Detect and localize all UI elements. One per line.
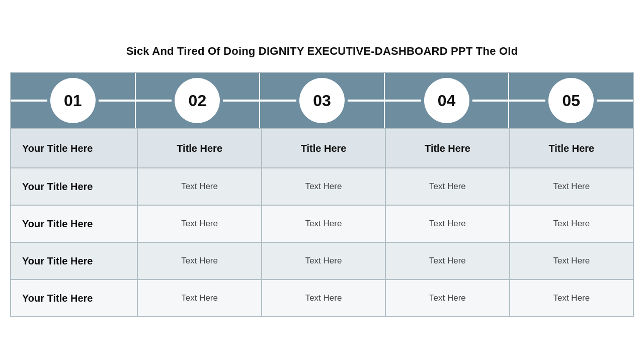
row-3-cell-0-text: Text Here	[181, 293, 218, 303]
row-3-cell-1-text: Text Here	[305, 293, 342, 303]
row-2-cell-1-text: Text Here	[305, 256, 342, 266]
circle-number-4: 04	[438, 92, 456, 110]
col-title-4: Title Here	[510, 129, 633, 167]
row-title-label-3: Your Title Here	[22, 293, 93, 304]
header-cell-2: 02	[136, 73, 261, 128]
row-3-cell-2-text: Text Here	[429, 293, 466, 303]
page-title: Sick And Tired Of Doing DIGNITY EXECUTIV…	[126, 45, 518, 58]
circle-2: 02	[175, 78, 220, 123]
circle-number-2: 02	[189, 92, 207, 110]
row-title-label-2: Your Title Here	[22, 255, 93, 267]
header-cell-1: 01	[11, 73, 136, 128]
data-row-2: Your Title Here Text Here Text Here Text…	[11, 242, 633, 279]
row-0-cell-0-text: Text Here	[181, 182, 218, 192]
row-2-cell-1: Text Here	[262, 243, 386, 279]
col-title-3: Title Here	[386, 129, 510, 167]
col-title-2: Title Here	[262, 129, 386, 167]
row-3-cell-3-text: Text Here	[553, 293, 590, 303]
row-title-label-0: Your Title Here	[22, 181, 93, 193]
row-2-cell-2: Text Here	[386, 243, 510, 279]
circle-number-1: 01	[64, 92, 82, 110]
row-0-cell-1: Text Here	[262, 168, 386, 205]
row-1-cell-0: Text Here	[138, 206, 262, 242]
row-1-cell-3-text: Text Here	[553, 219, 590, 229]
header-cell-3: 03	[260, 73, 385, 128]
row-1-cell-3: Text Here	[510, 206, 633, 242]
row-1-cell-2: Text Here	[386, 206, 510, 242]
row-0-cell-3: Text Here	[510, 168, 633, 205]
row-2-cell-0: Text Here	[138, 243, 262, 279]
circle-1: 01	[50, 78, 96, 123]
row-3-cell-3: Text Here	[510, 280, 633, 316]
col-title-label-0: Your Title Here	[22, 143, 93, 154]
col-title-label-2: Title Here	[301, 143, 347, 154]
row-0-cell-0: Text Here	[138, 168, 262, 205]
col-title-label-3: Title Here	[425, 143, 470, 154]
row-0-cell-1-text: Text Here	[305, 182, 342, 192]
row-2-cell-3-text: Text Here	[553, 256, 590, 266]
row-1-cell-0-text: Text Here	[181, 219, 218, 229]
data-row-0: Your Title Here Text Here Text Here Text…	[11, 167, 633, 205]
circle-number-5: 05	[562, 92, 580, 110]
circle-4: 04	[424, 78, 469, 123]
header-cell-5: 05	[509, 73, 633, 128]
circle-number-3: 03	[313, 92, 331, 110]
row-1-cell-1-text: Text Here	[305, 219, 342, 229]
row-title-3: Your Title Here	[11, 280, 138, 316]
col-title-0: Your Title Here	[11, 129, 138, 167]
row-title-label-1: Your Title Here	[22, 218, 93, 230]
circle-5: 05	[548, 78, 594, 123]
page-wrapper: Sick And Tired Of Doing DIGNITY EXECUTIV…	[10, 45, 634, 317]
row-2-cell-0-text: Text Here	[181, 256, 218, 266]
data-row-3: Your Title Here Text Here Text Here Text…	[11, 279, 633, 316]
dashboard-table: 01 02 03 04 05	[10, 72, 634, 317]
header-cell-4: 04	[385, 73, 510, 128]
row-1-cell-2-text: Text Here	[429, 219, 466, 229]
row-0-cell-2: Text Here	[386, 168, 510, 205]
row-3-cell-2: Text Here	[386, 280, 510, 316]
row-3-cell-1: Text Here	[262, 280, 386, 316]
row-1-cell-1: Text Here	[262, 206, 386, 242]
data-row-1: Your Title Here Text Here Text Here Text…	[11, 205, 633, 242]
row-2-cell-3: Text Here	[510, 243, 633, 279]
row-title-0: Your Title Here	[11, 168, 138, 205]
header-row: 01 02 03 04 05	[11, 73, 633, 128]
row-0-cell-2-text: Text Here	[429, 182, 466, 192]
circle-3: 03	[299, 78, 345, 123]
column-title-row: Your Title Here Title Here Title Here Ti…	[11, 128, 633, 167]
col-title-1: Title Here	[138, 129, 262, 167]
row-title-1: Your Title Here	[11, 206, 138, 242]
row-3-cell-0: Text Here	[138, 280, 262, 316]
col-title-label-1: Title Here	[177, 143, 222, 154]
row-0-cell-3-text: Text Here	[553, 182, 590, 192]
col-title-label-4: Title Here	[548, 143, 594, 154]
row-title-2: Your Title Here	[11, 243, 138, 279]
row-2-cell-2-text: Text Here	[429, 256, 466, 266]
